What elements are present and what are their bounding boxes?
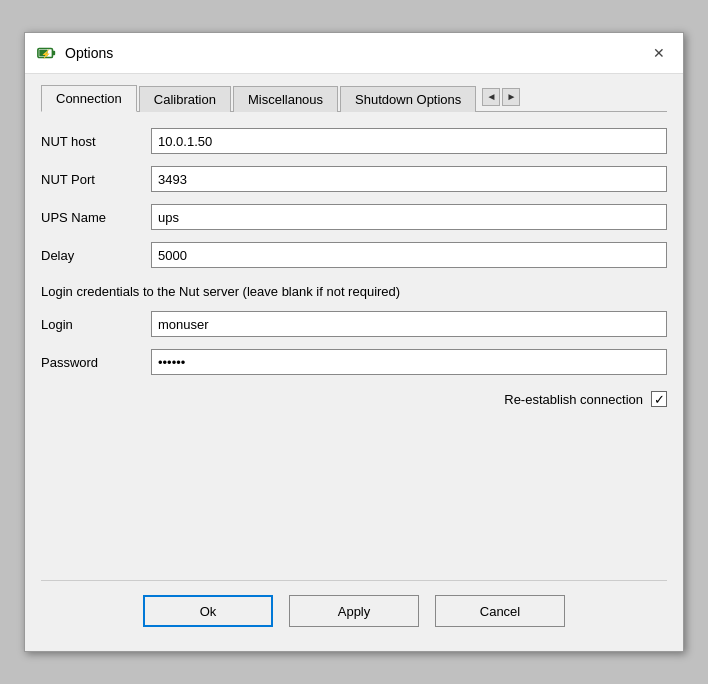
title-bar: ⚡ Options ✕ [25, 33, 683, 74]
ups-name-row: UPS Name [41, 204, 667, 230]
tab-connection[interactable]: Connection [41, 85, 137, 112]
reestablish-label: Re-establish connection [504, 392, 643, 407]
nut-host-label: NUT host [41, 134, 151, 149]
svg-rect-1 [52, 51, 55, 56]
password-row: Password [41, 349, 667, 375]
tab-next-button[interactable]: ► [502, 88, 520, 106]
nut-port-input[interactable] [151, 166, 667, 192]
tab-shutdown-options[interactable]: Shutdown Options [340, 86, 476, 112]
nut-host-row: NUT host [41, 128, 667, 154]
tabs-bar: Connection Calibration Miscellanous Shut… [41, 84, 667, 112]
battery-icon: ⚡ [37, 43, 57, 63]
login-input[interactable] [151, 311, 667, 337]
svg-text:⚡: ⚡ [41, 49, 52, 60]
dialog-footer: Ok Apply Cancel [41, 580, 667, 635]
apply-button[interactable]: Apply [289, 595, 419, 627]
ups-name-input[interactable] [151, 204, 667, 230]
tab-calibration[interactable]: Calibration [139, 86, 231, 112]
reestablish-checkbox[interactable]: ✓ [651, 391, 667, 407]
nut-host-input[interactable] [151, 128, 667, 154]
nut-port-row: NUT Port [41, 166, 667, 192]
title-bar-left: ⚡ Options [37, 43, 113, 63]
delay-row: Delay [41, 242, 667, 268]
reestablish-row: Re-establish connection ✓ [41, 391, 667, 407]
tab-nav-buttons: ◄ ► [482, 88, 520, 106]
dialog-body: Connection Calibration Miscellanous Shut… [25, 74, 683, 651]
ok-button[interactable]: Ok [143, 595, 273, 627]
tab-miscellanous[interactable]: Miscellanous [233, 86, 338, 112]
nut-port-label: NUT Port [41, 172, 151, 187]
password-label: Password [41, 355, 151, 370]
credentials-note: Login credentials to the Nut server (lea… [41, 284, 667, 299]
dialog-title: Options [65, 45, 113, 61]
password-input[interactable] [151, 349, 667, 375]
delay-input[interactable] [151, 242, 667, 268]
ups-name-label: UPS Name [41, 210, 151, 225]
login-row: Login [41, 311, 667, 337]
login-label: Login [41, 317, 151, 332]
tab-prev-button[interactable]: ◄ [482, 88, 500, 106]
delay-label: Delay [41, 248, 151, 263]
form-area: NUT host NUT Port UPS Name Delay Login c… [41, 128, 667, 572]
options-dialog: ⚡ Options ✕ Connection Calibration Misce… [24, 32, 684, 652]
cancel-button[interactable]: Cancel [435, 595, 565, 627]
close-button[interactable]: ✕ [647, 41, 671, 65]
